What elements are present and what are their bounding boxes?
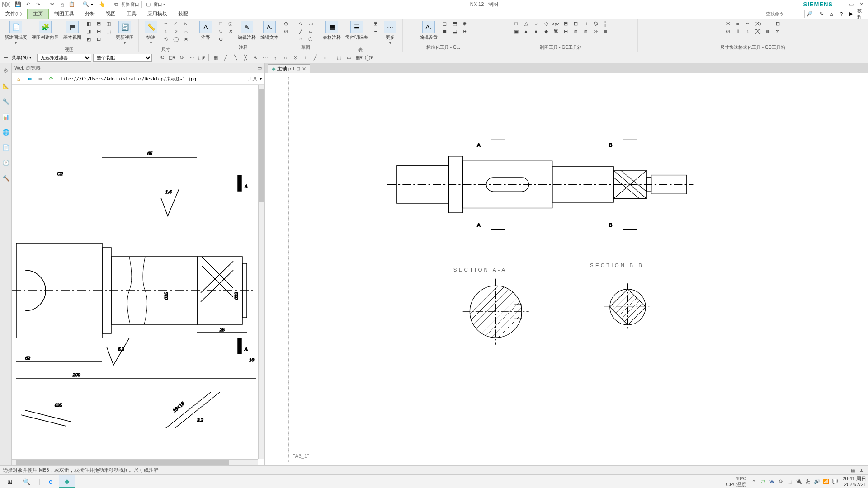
snap-line2-icon[interactable]: ╲: [231, 54, 240, 62]
gc-icon[interactable]: ⌗: [581, 20, 590, 27]
chevron-down-icon[interactable]: ▾: [260, 77, 262, 81]
gc-icon[interactable]: ⧈: [571, 28, 580, 35]
ann-icon-4[interactable]: ◎: [226, 20, 235, 27]
search-go-icon[interactable]: 🔎: [806, 10, 814, 18]
parts-list-button[interactable]: ☰ 零件明细表: [344, 20, 370, 42]
nav-assembly-icon[interactable]: 🔧: [1, 97, 10, 106]
std-icon-2[interactable]: ◼: [440, 28, 449, 35]
fb-icon[interactable]: ⟲: [158, 54, 166, 62]
std-icon-3[interactable]: ⬒: [450, 20, 459, 27]
small-icon-7[interactable]: ◫: [104, 20, 113, 27]
fb-ex-icon[interactable]: ▭: [345, 54, 353, 62]
small-icon-6[interactable]: ⊡: [94, 35, 103, 42]
clock[interactable]: 20:41 周日 2024/7/21: [842, 476, 866, 487]
menu-home[interactable]: 主页: [27, 9, 49, 19]
fb-icon[interactable]: ⤺: [188, 54, 196, 62]
gd-icon[interactable]: [X]: [753, 28, 762, 35]
redo-icon[interactable]: ↷: [34, 0, 42, 9]
menu-drafting-tools[interactable]: 制图工具: [49, 9, 80, 19]
menu-file[interactable]: 文件(F): [0, 9, 27, 19]
gc-icon[interactable]: □: [512, 20, 521, 27]
gc-icon[interactable]: ⊟: [561, 28, 571, 35]
scrollbar-thumb[interactable]: [16, 460, 229, 465]
gd-icon[interactable]: ⊡: [773, 20, 782, 27]
snap-grid-icon[interactable]: ▦: [212, 54, 220, 62]
view-wizard-button[interactable]: 🧩 视图创建向导: [30, 20, 61, 42]
scrollbar-thumb[interactable]: [259, 89, 264, 202]
dim-icon-1[interactable]: ↔: [161, 20, 170, 27]
gd-icon[interactable]: ⊘: [723, 28, 732, 35]
more-button[interactable]: ⋯ 更多 ▾: [381, 20, 400, 46]
selection-filter-select[interactable]: 无选择过滤器: [37, 54, 91, 62]
gd-icon[interactable]: ⫴: [733, 28, 742, 35]
nav-part-icon[interactable]: 📐: [1, 81, 10, 90]
gd-icon[interactable]: ⧖: [773, 28, 782, 35]
table-icon-1[interactable]: ⊞: [371, 20, 380, 27]
tray-volume-icon[interactable]: 🔊: [813, 478, 821, 485]
gc-icon[interactable]: ▣: [512, 28, 521, 35]
tab-pin-icon[interactable]: ⊡: [296, 66, 300, 72]
tray-notif-icon[interactable]: 💬: [831, 478, 839, 485]
minimize-button[interactable]: —: [836, 0, 846, 9]
edit-note-button[interactable]: ✎ 编辑注释: [236, 20, 258, 42]
ann-icon-3[interactable]: ⊕: [216, 35, 225, 42]
nav-clock-icon[interactable]: 🕐: [1, 158, 10, 167]
web-panel-maximize-icon[interactable]: ▭: [257, 65, 262, 71]
dim-icon-2[interactable]: ↕: [161, 28, 170, 35]
nav-gear-icon[interactable]: ⚙: [1, 66, 10, 75]
tab-active[interactable]: ◆ 主轴.prt ⊡ ✕: [268, 64, 310, 73]
fb-ex-icon[interactable]: ▦▾: [355, 54, 363, 62]
gd-icon[interactable]: ✕: [723, 20, 732, 27]
recent-icon[interactable]: ↻: [817, 10, 826, 18]
tray-cube-icon[interactable]: ⬚: [786, 478, 793, 485]
snap-curve2-icon[interactable]: 〰: [261, 54, 269, 62]
copy-icon[interactable]: ⎘: [58, 0, 66, 9]
sketch-icon-2[interactable]: ╱: [296, 28, 305, 35]
gd-icon[interactable]: ≋: [763, 28, 772, 35]
chevron-down-icon[interactable]: ▾: [15, 41, 17, 45]
small-icon-8[interactable]: ⬚: [104, 28, 113, 35]
snap-curve-icon[interactable]: ∿: [251, 54, 259, 62]
menu-application[interactable]: 应用模块: [142, 9, 173, 19]
maximize-button[interactable]: ▭: [846, 0, 856, 9]
rapid-dim-button[interactable]: 📏 快速 ▾: [142, 20, 160, 46]
update-view-button[interactable]: 🔄 更新视图 ▾: [114, 20, 136, 46]
snap-circle-icon[interactable]: ○: [281, 54, 289, 62]
gc-icon[interactable]: △: [522, 20, 531, 27]
dim-icon-4[interactable]: ∠: [171, 20, 180, 27]
tray-usb-icon[interactable]: 🔌: [795, 478, 802, 485]
gc-icon[interactable]: xyz: [552, 20, 561, 27]
zoom-icon[interactable]: 🔍: [82, 0, 90, 9]
start-button[interactable]: ⊞: [2, 475, 18, 488]
nav-history-icon[interactable]: 📊: [1, 112, 10, 121]
status-icon-2[interactable]: ⊞: [857, 466, 865, 474]
tray-up-icon[interactable]: ^: [750, 478, 757, 485]
web-back-icon[interactable]: ⇐: [25, 75, 33, 83]
gc-icon[interactable]: ◆: [542, 28, 551, 35]
paste-icon[interactable]: 📋: [68, 0, 76, 9]
tray-sync-icon[interactable]: ⟳: [777, 478, 784, 485]
dim-icon-5[interactable]: ⌀: [171, 28, 180, 35]
snap-target-icon[interactable]: ⊙: [291, 54, 299, 62]
edit-text-button[interactable]: Aᵢ 编辑文本: [259, 20, 280, 42]
gc-icon[interactable]: ●: [532, 28, 541, 35]
status-icon-1[interactable]: ▦: [849, 466, 857, 474]
tray-word-icon[interactable]: W: [768, 478, 775, 485]
home-icon[interactable]: ⌂: [827, 10, 835, 18]
task-view-button[interactable]: ∥: [34, 475, 42, 488]
switch-window-label[interactable]: 切换窗口: [121, 1, 139, 8]
tray-ime-icon[interactable]: あ: [804, 478, 811, 485]
gc-icon[interactable]: ⌮: [591, 28, 600, 35]
gd-icon[interactable]: ≡: [733, 20, 742, 27]
save-icon[interactable]: 💾: [14, 0, 22, 9]
small-icon-5[interactable]: ⊟: [94, 28, 103, 35]
dim-icon-6[interactable]: ◯: [171, 35, 180, 42]
web-home-icon[interactable]: ⌂: [14, 75, 23, 83]
sketch-icon-6[interactable]: ⬡: [306, 35, 315, 42]
cpu-temp-widget[interactable]: 49°C CPU温度: [726, 476, 746, 487]
web-url-input[interactable]: [58, 75, 245, 83]
cut-icon[interactable]: ✂: [48, 0, 56, 9]
window-menu-label[interactable]: 窗口: [153, 1, 162, 8]
gc-icon[interactable]: ⌘: [552, 28, 561, 35]
dim-icon-3[interactable]: ⟲: [161, 35, 170, 42]
